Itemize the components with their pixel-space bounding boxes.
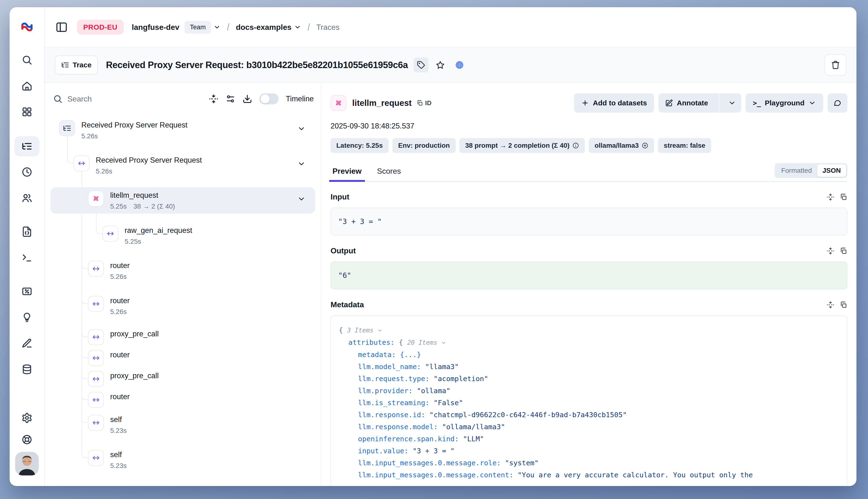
app-window: PROD-EU langfuse-dev Team / docs-example… (10, 7, 856, 486)
json-item-count[interactable]: 3 Items (347, 327, 382, 334)
trace-tree-node[interactable]: router5.26s (50, 257, 315, 284)
format-option-json[interactable]: JSON (817, 164, 846, 177)
trace-tree-panel: Timeline Received Proxy Server Request5.… (45, 83, 321, 486)
trace-tree-node[interactable]: Received Proxy Server Request5.26s (50, 117, 315, 143)
project-switcher-button[interactable] (294, 24, 301, 31)
delete-trace-button[interactable] (825, 54, 846, 75)
gear-icon (21, 412, 33, 424)
search-input[interactable] (68, 95, 201, 104)
sidebar-item-dashboards[interactable] (14, 102, 39, 121)
copy-icon[interactable] (840, 301, 847, 309)
node-duration: 5.26s (110, 273, 130, 281)
annotate-button[interactable]: Annotate (659, 93, 715, 113)
sidebar-item-evaluation[interactable] (14, 282, 39, 301)
top-navigation: PROD-EU langfuse-dev Team / docs-example… (45, 7, 856, 48)
trace-tree-node[interactable]: raw_gen_ai_request5.25s (50, 222, 315, 249)
node-text: self5.23s (110, 415, 127, 435)
sidebar-toggle-button[interactable] (55, 21, 68, 34)
node-duration: 5.23s (110, 427, 127, 435)
json-value: "You are a very accurate calculator. You… (517, 471, 753, 479)
fold-vertical-icon[interactable] (827, 193, 834, 201)
sidebar-item-sessions[interactable] (14, 163, 39, 181)
playground-button[interactable]: >_ Playground (746, 93, 823, 113)
copy-icon[interactable] (840, 247, 847, 255)
node-collapse-button[interactable] (297, 160, 306, 169)
globe-icon (455, 60, 464, 70)
metadata-json-line: llm.response.model: "ollama/llama3" (339, 421, 839, 433)
sidebar-item-users[interactable] (14, 188, 39, 207)
annotate-menu-button[interactable] (723, 93, 741, 113)
add-to-datasets-button[interactable]: Add to datasets (574, 93, 654, 113)
sidebar-item-settings[interactable] (14, 409, 39, 427)
user-avatar[interactable] (15, 452, 39, 475)
metric-badge[interactable]: Env: production (392, 138, 456, 153)
metric-badge[interactable]: Latency: 5.25s (331, 138, 389, 153)
metric-badge[interactable]: 38 prompt → 2 completion (Σ 40) (460, 138, 585, 153)
list-tree-icon (63, 124, 72, 133)
node-label: litellm_request (110, 191, 175, 200)
collapse-all-button[interactable] (209, 94, 218, 104)
bookmark-star-button[interactable] (433, 58, 448, 72)
tree-settings-button[interactable] (226, 94, 235, 104)
copy-icon[interactable] (840, 193, 847, 201)
fold-vertical-icon[interactable] (827, 247, 834, 255)
home-icon (21, 80, 33, 92)
sidebar-item-traces[interactable] (14, 136, 39, 156)
metadata-json-line: llm.provider: "ollama" (339, 385, 839, 397)
tag-button[interactable] (414, 58, 428, 72)
sliders-icon (226, 94, 235, 104)
environment-badge[interactable]: PROD-EU (77, 20, 124, 35)
trace-tree-node[interactable]: self5.23s (50, 411, 315, 438)
sidebar-item-datasets[interactable] (14, 360, 39, 379)
span-arrows-icon (91, 418, 100, 427)
json-key: llm.model_name: (358, 363, 425, 371)
metric-badge[interactable]: ollama/llama3 (589, 138, 654, 153)
json-key: llm.request.type: (358, 375, 433, 383)
node-duration: 5.25s 38 → 2 (Σ 40) (110, 203, 175, 210)
tab-preview[interactable]: Preview (331, 167, 364, 181)
trace-tree-node[interactable]: Received Proxy Server Request5.26s (50, 152, 315, 179)
fold-vertical-icon[interactable] (827, 301, 834, 309)
trace-tree-node[interactable]: router (50, 390, 315, 409)
sidebar-item-prompts[interactable] (14, 222, 39, 241)
trace-tree-node[interactable]: litellm_request5.25s 38 → 2 (Σ 40) (50, 187, 315, 214)
sidebar-item-insights[interactable] (14, 308, 39, 327)
trace-tree-node[interactable]: router (50, 349, 315, 367)
comments-button[interactable] (828, 93, 847, 113)
copy-id-button[interactable]: ID (416, 99, 431, 107)
span-badge (88, 296, 104, 312)
generation-icon (334, 98, 343, 108)
timeline-toggle[interactable] (259, 93, 279, 105)
trace-tree-node[interactable]: router5.26s (50, 293, 315, 319)
sidebar-item-home[interactable] (14, 76, 39, 95)
breadcrumb-section[interactable]: Traces (316, 23, 340, 32)
trace-tree-node[interactable]: self5.23s (50, 447, 315, 473)
star-icon (436, 60, 445, 70)
trace-tree-node[interactable]: proxy_pre_call (50, 369, 315, 388)
metric-badge[interactable]: stream: false (658, 138, 711, 153)
public-visibility-button[interactable] (452, 58, 467, 72)
info-icon (572, 142, 579, 149)
button-divider (719, 93, 719, 113)
tab-scores[interactable]: Scores (375, 167, 403, 181)
sidebar-item-support[interactable] (14, 430, 39, 449)
sidebar-item-annotation[interactable] (14, 334, 39, 353)
avatar-photo (15, 452, 39, 475)
json-value: {...} (400, 351, 421, 359)
sidebar-item-playground[interactable] (14, 248, 39, 267)
breadcrumb-org[interactable]: langfuse-dev (132, 23, 179, 32)
download-button[interactable] (243, 94, 252, 104)
breadcrumb-project[interactable]: docs-examples (236, 23, 291, 32)
metadata-section-label: Metadata (331, 300, 364, 309)
sidebar-item-search[interactable] (14, 50, 39, 69)
trace-type-badge[interactable]: Trace (55, 56, 98, 74)
org-switcher-button[interactable] (213, 24, 221, 31)
node-collapse-button[interactable] (297, 125, 306, 134)
trace-tree-node[interactable]: proxy_pre_call (50, 328, 315, 346)
node-collapse-button[interactable] (297, 195, 306, 204)
json-item-count[interactable]: 20 Items (407, 339, 446, 346)
span-badge (88, 392, 104, 408)
langfuse-logo[interactable] (20, 20, 34, 35)
chat-bubble-icon (834, 99, 841, 107)
format-option-formatted[interactable]: Formatted (776, 164, 817, 177)
